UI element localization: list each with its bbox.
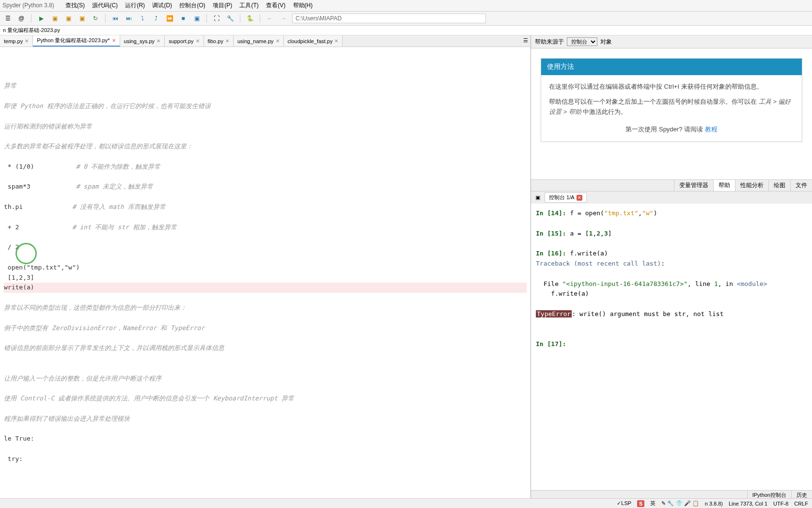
menu-run[interactable]: 运行(R) bbox=[125, 2, 145, 9]
menu-search[interactable]: 查找(S) bbox=[65, 2, 85, 9]
right-pane-tabs: 变量管理器 帮助 性能分析 绘图 文件 bbox=[531, 179, 812, 191]
debug-continue-icon[interactable]: ⏩ bbox=[165, 14, 174, 23]
tab-temp[interactable]: temp.py✕ bbox=[0, 35, 33, 47]
close-icon[interactable]: ✕ bbox=[196, 38, 200, 44]
console-menu-icon[interactable]: ▣ bbox=[533, 193, 543, 203]
tab-help[interactable]: 帮助 bbox=[713, 180, 735, 191]
tab-using-sys[interactable]: using_sys.py✕ bbox=[120, 35, 165, 47]
menu-tools[interactable]: 工具(T) bbox=[239, 2, 258, 9]
debug-step-icon[interactable]: ⏮ bbox=[110, 14, 120, 23]
rerun-icon[interactable]: ↻ bbox=[91, 14, 100, 23]
debug-file-icon[interactable]: ▣ bbox=[192, 14, 202, 23]
menu-project[interactable]: 项目(P) bbox=[213, 2, 232, 9]
preferences-icon[interactable]: 🔧 bbox=[225, 14, 235, 23]
help-card-body: 在这里你可以通过在编辑器或者终端中按 Ctrl+I 来获得任何对象的帮助信息。 … bbox=[541, 75, 802, 142]
help-body: 使用方法 在这里你可以通过在编辑器或者终端中按 Ctrl+I 来获得任何对象的帮… bbox=[531, 48, 812, 179]
console-tab-1a[interactable]: 控制台 1/A ✕ bbox=[545, 192, 587, 203]
separator bbox=[105, 14, 106, 23]
help-object-label: 对象 bbox=[600, 38, 612, 46]
run-icon[interactable]: ▶ bbox=[36, 14, 46, 23]
back-icon[interactable]: ← bbox=[265, 14, 275, 23]
help-card-title: 使用方法 bbox=[541, 59, 802, 75]
debug-out-icon[interactable]: ⤴ bbox=[151, 14, 161, 23]
help-header: 帮助来源于 控制台 对象 bbox=[531, 35, 812, 48]
help-tutorial: 第一次使用 Spyder? 请阅读 教程 bbox=[549, 125, 794, 135]
tab-menu-icon[interactable]: ☰ bbox=[521, 35, 531, 45]
code-editor[interactable]: 异常 即便 Python 程序的语法是正确的，在运行它的时候，也有可能发生错误 … bbox=[0, 47, 531, 500]
maximize-icon[interactable]: ⛶ bbox=[212, 14, 221, 23]
help-card: 使用方法 在这里你可以通过在编辑器或者终端中按 Ctrl+I 来获得任何对象的帮… bbox=[541, 58, 802, 142]
forward-icon[interactable]: → bbox=[279, 14, 288, 23]
run-selection-icon[interactable]: ▣ bbox=[77, 14, 87, 23]
tab-fibo[interactable]: fibo.py✕ bbox=[204, 35, 234, 47]
run-cell-advance-icon[interactable]: ▣ bbox=[63, 14, 73, 23]
ipython-console[interactable]: In [14]: f = open("tmp.txt","w") In [15]… bbox=[531, 204, 812, 490]
separator bbox=[31, 14, 31, 23]
console-tabs: ▣ 控制台 1/A ✕ bbox=[531, 191, 812, 204]
menu-view[interactable]: 查看(V) bbox=[266, 2, 285, 9]
at-icon[interactable]: @ bbox=[16, 14, 26, 23]
toolbar: ☰ @ ▶ ▣ ▣ ▣ ↻ ⏮ ⏭ ⤵ ⤴ ⏩ ■ ▣ ⛶ 🔧 🐍 ← → bbox=[0, 12, 812, 26]
close-icon[interactable]: ✕ bbox=[225, 38, 229, 44]
close-icon[interactable]: ✕ bbox=[276, 38, 280, 44]
separator bbox=[206, 14, 207, 23]
tab-vars[interactable]: 变量管理器 bbox=[674, 180, 713, 191]
breadcrumb: n 量化编程基础-2023.py bbox=[0, 26, 812, 35]
title-badge: Spyder (Python 3.8) bbox=[2, 2, 54, 9]
tab-profile[interactable]: 性能分析 bbox=[735, 180, 768, 191]
debug-over-icon[interactable]: ⤵ bbox=[138, 14, 147, 23]
help-p2: 帮助信息可以在一个对象之后加上一个左圆括号的时候自动显示。你可以在 工具 > 偏… bbox=[549, 97, 794, 117]
debug-into-icon[interactable]: ⏭ bbox=[124, 14, 134, 23]
separator bbox=[240, 14, 240, 23]
outline-icon[interactable]: ☰ bbox=[3, 14, 13, 23]
tab-plot[interactable]: 绘图 bbox=[768, 180, 790, 191]
help-source-select[interactable]: 控制台 bbox=[567, 37, 597, 46]
tab-cloudpickle[interactable]: cloudpickle_fast.py✕ bbox=[284, 35, 343, 47]
statusbar: ✓LSP S 英 ✎ 🔧 👕 🎤 📋 n 3.8.8) Line 7373, C… bbox=[0, 498, 812, 500]
working-dir-input[interactable] bbox=[292, 14, 486, 23]
close-icon[interactable]: ✕ bbox=[577, 195, 582, 201]
menu-source[interactable]: 源代码(C) bbox=[92, 2, 118, 9]
editor-pane: temp.py✕ Python 量化编程基础-2023.py*✕ using_s… bbox=[0, 35, 531, 500]
menubar: Spyder (Python 3.8) 查找(S) 源代码(C) 运行(R) 调… bbox=[0, 0, 812, 12]
tutorial-link[interactable]: 教程 bbox=[705, 126, 718, 133]
close-icon[interactable]: ✕ bbox=[112, 38, 116, 43]
editor-tabs: temp.py✕ Python 量化编程基础-2023.py*✕ using_s… bbox=[0, 35, 531, 47]
menu-help[interactable]: 帮助(H) bbox=[293, 2, 313, 9]
close-icon[interactable]: ✕ bbox=[156, 38, 160, 44]
stop-icon[interactable]: ■ bbox=[178, 14, 188, 23]
right-pane: 帮助来源于 控制台 对象 使用方法 在这里你可以通过在编辑器或者终端中按 Ctr… bbox=[531, 35, 812, 500]
main-layout: temp.py✕ Python 量化编程基础-2023.py*✕ using_s… bbox=[0, 35, 812, 500]
tab-using-name[interactable]: using_name.py✕ bbox=[234, 35, 284, 47]
python-path-icon[interactable]: 🐍 bbox=[245, 14, 255, 23]
tab-files[interactable]: 文件 bbox=[790, 180, 812, 191]
run-cell-icon[interactable]: ▣ bbox=[50, 14, 60, 23]
close-icon[interactable]: ✕ bbox=[334, 38, 338, 44]
close-icon[interactable]: ✕ bbox=[25, 38, 29, 44]
help-source-label: 帮助来源于 bbox=[535, 38, 564, 46]
menu-console[interactable]: 控制台(O) bbox=[179, 2, 205, 9]
tab-support[interactable]: support.py✕ bbox=[165, 35, 203, 47]
tab-main[interactable]: Python 量化编程基础-2023.py*✕ bbox=[33, 35, 120, 47]
help-p1: 在这里你可以通过在编辑器或者终端中按 Ctrl+I 来获得任何对象的帮助信息。 bbox=[549, 82, 794, 92]
menu-debug[interactable]: 调试(D) bbox=[152, 2, 172, 9]
separator bbox=[260, 14, 260, 23]
